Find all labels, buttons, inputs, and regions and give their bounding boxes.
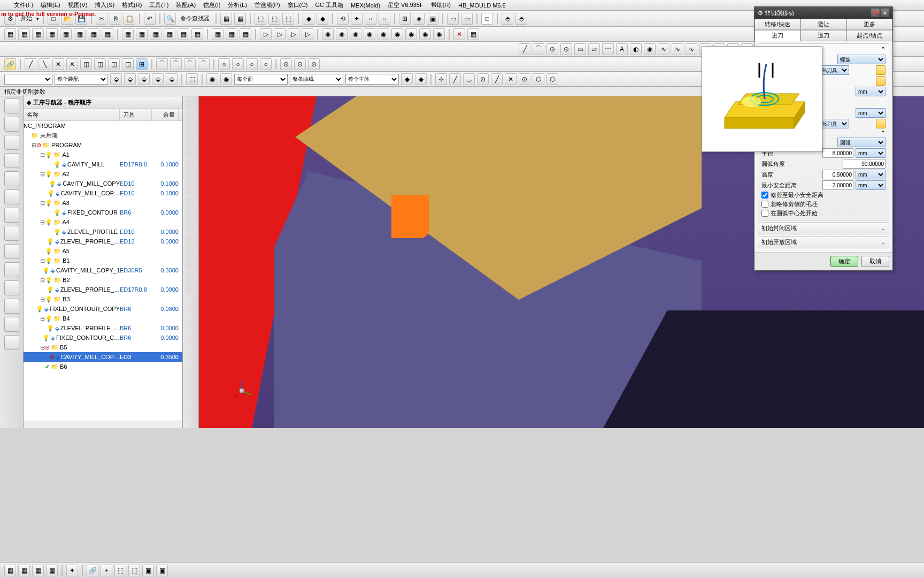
r3-7[interactable]: 〰 xyxy=(602,43,614,55)
r4-13[interactable]: ⌒ xyxy=(198,58,210,70)
menu-edit[interactable]: 编辑(E) xyxy=(37,0,64,10)
unit-mm5[interactable]: mm xyxy=(856,180,886,190)
r2-21[interactable]: ▷ xyxy=(302,28,313,40)
tab-avoid[interactable]: 避让 xyxy=(800,19,846,30)
tree-row[interactable]: 💡⬙ZLEVEL_PROFILE_…ED120.0000 xyxy=(24,237,182,246)
r5-17[interactable]: ⊙ xyxy=(519,73,530,85)
r2-11[interactable]: ▦ xyxy=(150,28,161,40)
tb-d2[interactable]: ✦ xyxy=(351,13,363,25)
menu-window[interactable]: 窗口(O) xyxy=(284,0,311,10)
tree-row[interactable]: 💡⬙CAVITY_MILLED17R0.80.1000 xyxy=(24,159,182,169)
r5-19[interactable]: ⬡ xyxy=(546,73,558,85)
r5-8[interactable]: ◉ xyxy=(220,73,232,85)
tree-row[interactable]: 💡⬙CAVITY_MILL_COP…ED100.1000 xyxy=(24,188,182,198)
r3-1[interactable]: ╱ xyxy=(519,43,530,55)
menu-prefs[interactable]: 首选项(P) xyxy=(251,0,283,10)
bb-11[interactable]: ▣ xyxy=(156,565,168,576)
r4-9[interactable]: ⊞ xyxy=(136,58,148,70)
tree-row[interactable]: 💡⬙CAVITY_MILL_COPY_1ED30R50.3500 xyxy=(24,265,182,275)
tree-row[interactable]: 💡⬙ZLEVEL_PROFILEED100.0000 xyxy=(24,227,182,237)
bb-2[interactable]: ▦ xyxy=(18,565,30,576)
tree-row[interactable]: 💡⬙FIXED_CONTOUR_COPYBR60.0800 xyxy=(24,304,182,314)
r5-1[interactable]: ⬙ xyxy=(110,73,122,85)
tb-h1[interactable]: ⬘ xyxy=(502,13,513,25)
r2-2[interactable]: ▦ xyxy=(18,28,30,40)
r5-15[interactable]: ╱ xyxy=(491,73,503,85)
rb-3[interactable] xyxy=(4,135,19,150)
tab-engage[interactable]: 进刀 xyxy=(754,30,800,41)
menu-hbmould[interactable]: HB_MOULD M6.6 xyxy=(455,1,509,10)
tree-row[interactable]: ⊘⬙CAVITY_MILL_COP…ED30.3500 xyxy=(24,352,182,362)
nav-tree[interactable]: NC_PROGRAM📁 未用项⊟⊘📁 PROGRAM⊟💡📁 A1💡⬙CAVITY… xyxy=(24,121,182,421)
r5-13[interactable]: ◡ xyxy=(463,73,475,85)
ms-1[interactable] xyxy=(186,98,196,109)
cancel-button[interactable]: 取消 xyxy=(861,256,889,267)
rb-12[interactable] xyxy=(4,299,19,314)
chk-arccenter[interactable] xyxy=(761,210,768,217)
r4-10[interactable]: ⌒ xyxy=(156,58,168,70)
r3-11[interactable]: ∿ xyxy=(658,43,669,55)
r3-4[interactable]: ⊙ xyxy=(560,43,572,55)
tb-d1[interactable]: ⟲ xyxy=(337,13,349,25)
menu-info[interactable]: 信息(I) xyxy=(200,0,224,10)
r5-7[interactable]: ◉ xyxy=(206,73,218,85)
chk-ignore[interactable] xyxy=(761,201,768,208)
bb-3[interactable]: ▦ xyxy=(32,565,44,576)
dd-face[interactable]: 每个面 xyxy=(234,74,288,85)
ms-4[interactable] xyxy=(186,135,196,146)
calc-icon2[interactable] xyxy=(876,76,886,86)
menu-help[interactable]: 帮助(H) xyxy=(428,0,454,10)
chevron-up-icon2[interactable]: ⌃ xyxy=(881,130,886,136)
engage-type-select[interactable]: 螺旋 xyxy=(837,55,886,64)
r5-14[interactable]: ⊙ xyxy=(477,73,489,85)
inp-arcangle[interactable] xyxy=(843,159,886,169)
tree-row[interactable]: ⊟💡📁 A1 xyxy=(24,150,182,159)
r2-32[interactable]: ▦ xyxy=(467,28,479,40)
r2-20[interactable]: ▷ xyxy=(288,28,299,40)
r4-20[interactable]: ⊙ xyxy=(308,58,320,70)
tb-cmdfind-icon[interactable]: 🔍 xyxy=(164,13,176,25)
tb-a1[interactable]: ▦ xyxy=(220,13,232,25)
r5-11[interactable]: ⊹ xyxy=(435,73,447,85)
r5-10[interactable]: ◆ xyxy=(415,73,427,85)
tb-b2[interactable]: ⬚ xyxy=(268,13,280,25)
tree-unused[interactable]: 📁 未用项 xyxy=(24,131,182,140)
tree-row[interactable]: 💡⬙CAVITY_MILL_COPYED100.1000 xyxy=(24,179,182,188)
bb-7[interactable]: + xyxy=(101,565,112,576)
r2-7[interactable]: ▦ xyxy=(88,28,99,40)
r2-17[interactable]: ▦ xyxy=(240,28,251,40)
ms-14[interactable] xyxy=(186,258,196,269)
tb-g1[interactable]: □ xyxy=(481,13,493,25)
chevron-up-icon[interactable]: ⌃ xyxy=(881,46,886,53)
cmd-finder-label[interactable]: 命令查找器 xyxy=(178,14,212,22)
tree-row[interactable]: ⊟💡📁 B3 xyxy=(24,294,182,304)
tb-cut[interactable]: ✂ xyxy=(96,13,107,25)
r3-8[interactable]: A xyxy=(616,43,628,55)
inp-radius[interactable] xyxy=(822,148,853,158)
r2-30[interactable]: ◉ xyxy=(433,28,445,40)
r5-3[interactable]: ⬙ xyxy=(138,73,150,85)
r2-16[interactable]: ▦ xyxy=(226,28,237,40)
r4-16[interactable]: ○ xyxy=(246,58,258,70)
rb-4[interactable] xyxy=(4,153,19,168)
tree-row[interactable]: ⊟💡📁 A3 xyxy=(24,198,182,208)
r5-5[interactable]: ⬙ xyxy=(166,73,178,85)
r4-5[interactable]: ◫ xyxy=(80,58,92,70)
r2-26[interactable]: ◉ xyxy=(378,28,389,40)
r2-4[interactable]: ▦ xyxy=(46,28,58,40)
tb-paste[interactable]: 📋 xyxy=(124,13,135,25)
tab-start[interactable]: 起点/钻点 xyxy=(846,30,892,41)
tb-h2[interactable]: ⬘ xyxy=(515,13,527,25)
r2-13[interactable]: ▦ xyxy=(178,28,189,40)
tb-f1[interactable]: ▭ xyxy=(447,13,459,25)
r2-10[interactable]: ▦ xyxy=(136,28,148,40)
tb-e2[interactable]: ◈ xyxy=(413,13,425,25)
bb-4[interactable]: ▦ xyxy=(46,565,58,576)
r4-link[interactable]: 🔗 xyxy=(4,58,16,70)
r3-6[interactable]: ▱ xyxy=(588,43,600,55)
r2-24[interactable]: ◉ xyxy=(350,28,361,40)
r4-18[interactable]: ⊙ xyxy=(280,58,292,70)
r2-1[interactable]: ▦ xyxy=(4,28,16,40)
rb-9[interactable] xyxy=(4,244,19,259)
dialog-titlebar[interactable]: ⚙ 非切削移动 📌✕ xyxy=(754,7,892,19)
